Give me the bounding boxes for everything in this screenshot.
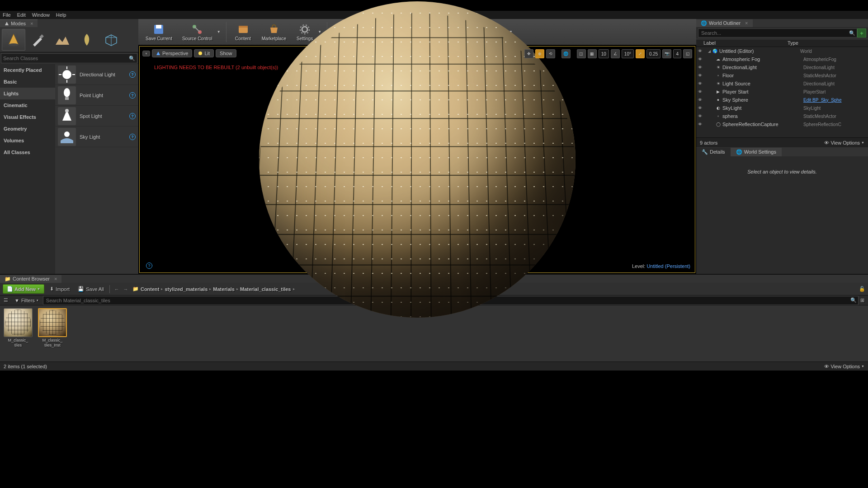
mode-place[interactable] [2, 29, 25, 51]
visibility-icon[interactable]: 👁 [698, 65, 703, 70]
outliner-search[interactable] [698, 28, 857, 38]
visibility-icon[interactable]: 👁 [698, 122, 703, 127]
asset-item[interactable]: M_classic_tiles_Inst [37, 308, 68, 348]
grid-size[interactable]: 10 [599, 49, 609, 58]
outliner-row[interactable]: 👁◐SkyLightSkyLight [696, 104, 868, 112]
lock-icon[interactable]: 🔓 [859, 286, 865, 292]
asset-item[interactable]: M_classic_tiles [3, 308, 33, 348]
category-basic[interactable]: Basic [0, 76, 55, 88]
crumb-content[interactable]: Content [141, 286, 160, 292]
help-icon[interactable]: ? [129, 92, 136, 99]
toolbar-source-control[interactable]: Source Control [179, 20, 216, 44]
help-icon[interactable]: ? [129, 134, 136, 140]
modes-search[interactable]: 🔍 [1, 53, 137, 63]
details-tab[interactable]: 🔧Details [696, 148, 731, 156]
viewport-menu[interactable]: ▼ [142, 51, 150, 56]
col-type[interactable]: Type [788, 40, 865, 46]
col-label[interactable]: Label [699, 40, 788, 46]
category-cinematic[interactable]: Cinematic [0, 99, 55, 111]
grid-snap[interactable]: ▦ [588, 49, 597, 58]
visibility-icon[interactable]: 👁 [698, 73, 703, 78]
angle-size[interactable]: 10° [622, 49, 634, 58]
light-item-sky-light[interactable]: Sky Light? [55, 127, 138, 147]
toolbar-marketplace[interactable]: Marketplace [258, 20, 290, 44]
outliner-row[interactable]: 👁▶Player StartPlayerStart [696, 88, 868, 96]
outliner-row[interactable]: 👁●Sky SphereEdit BP_Sky_Sphe [696, 96, 868, 104]
visibility-icon[interactable]: 👁 [698, 106, 703, 110]
sources-toggle[interactable]: ☰ [2, 297, 10, 303]
outliner-header[interactable]: Label Type [696, 39, 868, 47]
filters-button[interactable]: ▼Filters▾ [12, 296, 41, 305]
menu-window[interactable]: Window [32, 12, 50, 18]
crumb-stylized_materials[interactable]: stylized_materials [165, 286, 208, 292]
viewport[interactable]: ▼ Perspective Lit Show LIGHTING NEEDS TO… [139, 46, 695, 273]
category-lights[interactable]: Lights [0, 88, 55, 99]
content-options[interactable]: ⊞ [859, 297, 866, 303]
level-name[interactable]: Untitled (Persistent) [646, 263, 690, 269]
category-volumes[interactable]: Volumes [0, 135, 55, 146]
visibility-icon[interactable]: 👁 [698, 81, 703, 86]
modes-tab[interactable]: Modes × [0, 19, 38, 27]
actor-type[interactable]: Edit BP_Sky_Sphe [803, 98, 842, 103]
help-icon[interactable]: ? [129, 71, 136, 78]
visibility-icon[interactable]: 👁 [698, 114, 703, 118]
nav-forward[interactable]: → [122, 285, 130, 293]
surface-snap[interactable]: ◫ [577, 49, 586, 58]
menu-file[interactable]: File [3, 12, 11, 18]
outliner-row[interactable]: 👁◯SphereReflectionCaptureSphereReflectio… [696, 120, 868, 128]
modes-search-input[interactable] [3, 56, 129, 61]
camera-speed[interactable]: 4 [673, 49, 681, 58]
mode-geometry[interactable] [99, 29, 123, 51]
visibility-icon[interactable]: 👁 [698, 98, 703, 102]
viewport-show[interactable]: Show [216, 49, 236, 57]
help-icon[interactable]: ? [146, 263, 152, 269]
outliner-tab[interactable]: 🌐 World Outliner × [696, 19, 753, 27]
menu-edit[interactable]: Edit [17, 12, 26, 18]
category-all-classes[interactable]: All Classes [0, 146, 55, 158]
import-button[interactable]: ⬇Import [47, 285, 72, 293]
toolbar-save-current[interactable]: Save Current [142, 20, 176, 44]
outliner-row[interactable]: 👁☀Light SourceDirectionalLight [696, 80, 868, 88]
category-recently-placed[interactable]: Recently Placed [0, 64, 55, 76]
outliner-row[interactable]: 👁▫FloorStaticMeshActor [696, 71, 868, 80]
viewport-perspective[interactable]: Perspective [152, 49, 192, 57]
close-icon[interactable]: × [745, 20, 748, 26]
transform-select[interactable]: ✥ [524, 49, 533, 58]
viewport-maximize[interactable]: ◱ [683, 49, 692, 58]
outliner-add-button[interactable]: + [857, 28, 866, 38]
scale-size[interactable]: 0.25 [646, 49, 660, 58]
mode-landscape[interactable] [51, 29, 74, 51]
camera-speed-icon[interactable]: 📷 [662, 49, 671, 58]
toolbar-content[interactable]: Content [231, 20, 255, 44]
menu-help[interactable]: Help [56, 12, 66, 18]
category-geometry[interactable]: Geometry [0, 123, 55, 135]
outliner-view-options[interactable]: 👁View Options▼ [824, 140, 864, 145]
category-visual-effects[interactable]: Visual Effects [0, 111, 55, 123]
scale-snap[interactable]: ⤢ [636, 49, 645, 58]
visibility-icon[interactable]: 👁 [698, 57, 703, 61]
light-item-point-light[interactable]: Point Light? [55, 85, 138, 106]
add-new-button[interactable]: 📄 Add New ▼ [3, 284, 44, 294]
content-browser-tab[interactable]: 📁 Content Browser × [0, 275, 61, 283]
crumb-materials[interactable]: Materials [213, 286, 235, 292]
toolbar-dropdown[interactable]: ▼ [216, 20, 222, 44]
light-item-spot-light[interactable]: Spot Light? [55, 106, 138, 127]
mode-paint[interactable] [26, 29, 50, 51]
close-icon[interactable]: × [30, 21, 33, 26]
nav-back[interactable]: ← [113, 285, 121, 293]
coord-space[interactable]: 🌐 [561, 49, 571, 58]
close-icon[interactable]: × [54, 276, 57, 282]
angle-snap[interactable]: ∠ [611, 49, 620, 58]
light-item-directional-light[interactable]: Directional Light? [55, 64, 138, 85]
outliner-row[interactable]: 👁▫spheraStaticMeshActor [696, 112, 868, 120]
outliner-row[interactable]: 👁☁Atmospheric FogAtmosphericFog [696, 55, 868, 63]
save-all-button[interactable]: 💾Save All [75, 285, 107, 293]
transform-translate[interactable]: ⊕ [535, 49, 544, 58]
crumb-material_classic_tiles[interactable]: Material_classic_tiles [240, 286, 291, 292]
transform-rotate[interactable]: ⟲ [546, 49, 555, 58]
visibility-icon[interactable]: 👁 [698, 49, 703, 53]
outliner-row[interactable]: 👁☀DirectionalLightDirectionalLight [696, 63, 868, 71]
content-view-options[interactable]: 👁View Options▼ [824, 364, 864, 369]
mode-foliage[interactable] [75, 29, 99, 51]
visibility-icon[interactable]: 👁 [698, 89, 703, 94]
